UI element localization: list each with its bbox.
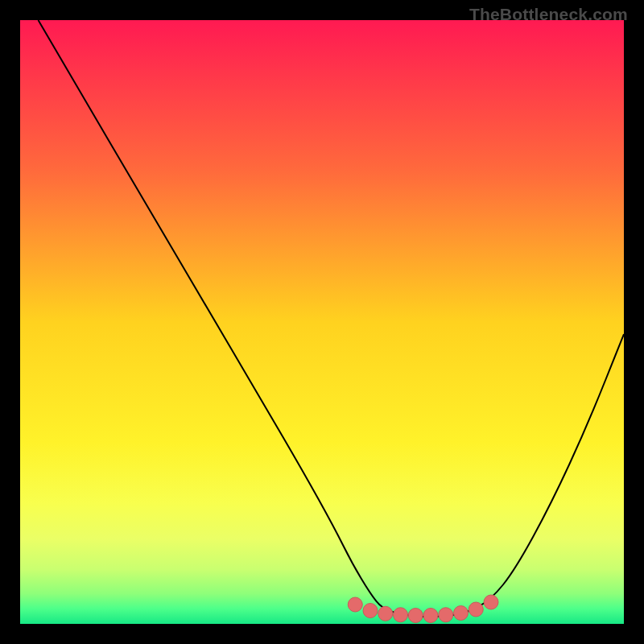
- highlight-marker: [454, 606, 469, 621]
- chart-stage: TheBottleneck.com: [0, 0, 644, 644]
- highlight-marker: [408, 609, 423, 623]
- highlight-marker: [469, 602, 483, 617]
- highlight-marker: [423, 609, 438, 623]
- highlight-marker: [363, 604, 378, 618]
- highlight-marker: [439, 608, 453, 622]
- chart-svg: [20, 20, 624, 624]
- chart-plot: [20, 20, 624, 624]
- gradient-background: [20, 20, 624, 624]
- highlight-marker: [484, 595, 498, 609]
- highlight-marker: [348, 597, 362, 612]
- highlight-marker: [394, 608, 408, 622]
- highlight-marker: [378, 606, 393, 621]
